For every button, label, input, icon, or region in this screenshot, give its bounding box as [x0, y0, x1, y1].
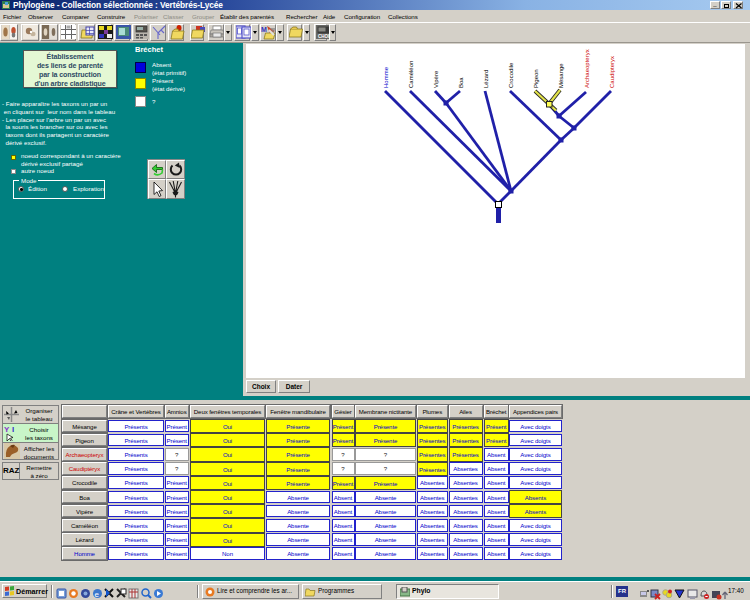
svg-text:Archaeopteryx: Archaeopteryx — [584, 49, 590, 88]
svg-text:Pigeon: Pigeon — [533, 69, 539, 88]
svg-text:Mésange: Mésange — [558, 63, 564, 88]
svg-text:e: e — [95, 590, 100, 599]
svg-text:Vipère: Vipère — [433, 70, 439, 88]
svg-text:Caudipteryx: Caudipteryx — [609, 56, 615, 88]
svg-text:M: M — [261, 26, 267, 33]
svg-text:Y: Y — [4, 425, 10, 434]
svg-text:Crocodile: Crocodile — [508, 62, 514, 88]
svg-text:I: I — [12, 425, 14, 434]
svg-text:Boa: Boa — [458, 77, 464, 88]
svg-text:Caméléon: Caméléon — [408, 61, 414, 88]
svg-text:Homme: Homme — [383, 66, 389, 88]
svg-text:Lézard: Lézard — [483, 70, 489, 88]
